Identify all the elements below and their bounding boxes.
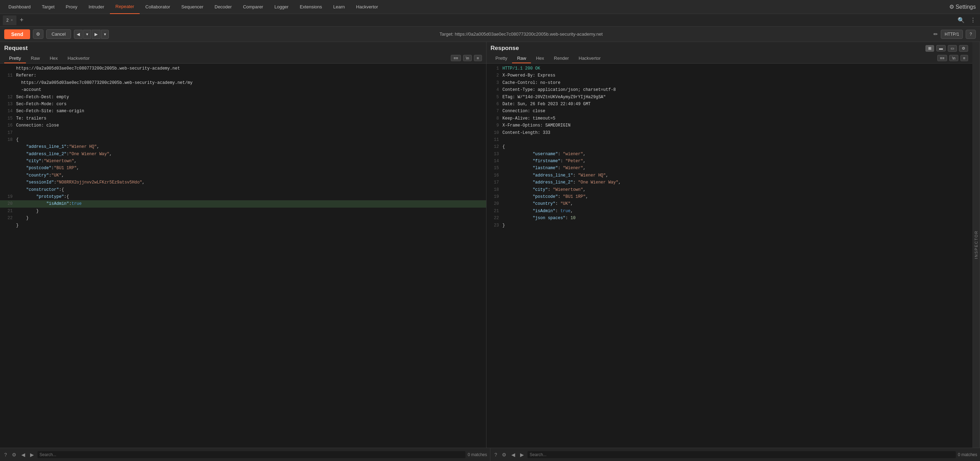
code-line: 11Referer:: [0, 72, 486, 79]
response-forward-button[interactable]: ▶: [519, 451, 525, 458]
code-line: 13 "username": "wiener",: [487, 150, 973, 158]
nav-target[interactable]: Target: [37, 0, 60, 14]
response-view-wrap[interactable]: ≡: [960, 55, 968, 61]
request-matches: 0 matches: [468, 452, 487, 457]
request-search-input[interactable]: [37, 451, 466, 458]
code-line: 9X-Frame-Options: SAMEORIGIN: [487, 122, 973, 129]
response-code-area[interactable]: 1HTTP/1.1 200 OK2X-Powered-By: Express3C…: [487, 63, 973, 448]
response-tab-hex[interactable]: Hex: [531, 54, 549, 63]
request-view-newline[interactable]: \n: [463, 55, 472, 61]
response-tab-render[interactable]: Render: [549, 54, 574, 63]
tab-add-button[interactable]: +: [18, 16, 26, 24]
response-view-split[interactable]: ⊞: [925, 45, 934, 52]
tab-close[interactable]: ×: [11, 18, 13, 22]
repeater-settings-button[interactable]: ⚙: [33, 29, 43, 39]
code-line: 14 "firstname": "Peter",: [487, 158, 973, 165]
nav-comparer[interactable]: Comparer: [237, 0, 269, 14]
request-settings-bottom[interactable]: ⚙: [11, 451, 18, 458]
nav-hackvertor[interactable]: Hackvertor: [350, 0, 383, 14]
code-line: 6Date: Sun, 26 Feb 2023 22:40:49 GMT: [487, 101, 973, 108]
request-forward-button[interactable]: ▶: [29, 451, 35, 458]
code-line: 1HTTP/1.1 200 OK: [487, 65, 973, 72]
inspector-sidebar[interactable]: INSPECTOR: [972, 42, 980, 448]
code-line: 10Content-Length: 333: [487, 129, 973, 136]
help-button[interactable]: ?: [966, 30, 976, 39]
request-back-button[interactable]: ◀: [20, 451, 27, 458]
code-line: 5ETag: W/"14d-20VZtnUKVeAymyZ9rYIjHa29gS…: [487, 93, 973, 101]
nav-collaborator[interactable]: Collaborator: [140, 0, 176, 14]
send-button[interactable]: Send: [4, 29, 30, 39]
request-tab-hex[interactable]: Hex: [45, 54, 63, 63]
target-prefix: Target:: [440, 32, 455, 37]
response-view-newline[interactable]: \n: [949, 55, 958, 61]
response-view-list[interactable]: ≡≡: [937, 55, 947, 61]
response-tab-raw[interactable]: Raw: [512, 54, 531, 63]
next-button[interactable]: ▶: [92, 30, 100, 39]
nav-logger[interactable]: Logger: [269, 0, 294, 14]
request-help-button[interactable]: ?: [3, 451, 8, 458]
response-help-button[interactable]: ?: [493, 451, 499, 458]
edit-icon[interactable]: ✏: [934, 31, 938, 37]
code-line: 18 "city": "Wienertown",: [487, 186, 973, 193]
code-line: 17 "address_line_2": "One Wiener Way",: [487, 179, 973, 186]
request-tab-raw[interactable]: Raw: [26, 54, 45, 63]
code-line: 16 "address_line_1": "Wiener HQ",: [487, 172, 973, 179]
request-bottom-bar: ? ⚙ ◀ ▶ 0 matches: [0, 448, 490, 461]
code-line: "constructor":{: [0, 186, 486, 193]
code-line: 4Content-Type: application/json; charset…: [487, 86, 973, 93]
request-panel-header: Request: [0, 42, 486, 52]
cancel-button[interactable]: Cancel: [46, 29, 71, 39]
response-subtabs: Pretty Raw Hex Render Hackvertor ≡≡ \n ≡: [487, 52, 973, 63]
response-tab-hackvertor[interactable]: Hackvertor: [574, 54, 606, 63]
nav-sequencer[interactable]: Sequencer: [176, 0, 209, 14]
top-nav: Dashboard Target Proxy Intruder Repeater…: [0, 0, 980, 14]
code-line: 12Sec-Fetch-Dest: empty: [0, 93, 486, 101]
code-line: 19 "postcode": "BU1 1RP",: [487, 193, 973, 200]
request-tab-pretty[interactable]: Pretty: [4, 54, 26, 63]
code-line: 16Connection: close: [0, 122, 486, 129]
code-line: 15Te: trailers: [0, 115, 486, 122]
code-line: https://0a2a005d03ae0ec7c080773200c2005b…: [0, 79, 486, 86]
response-back-button[interactable]: ◀: [510, 451, 517, 458]
response-view-single[interactable]: ▬: [936, 45, 946, 51]
nav-arrow-group: ◀ ▾ ▶ ▾: [74, 30, 109, 39]
request-tab-hackvertor[interactable]: Hackvertor: [63, 54, 94, 63]
prev-button[interactable]: ◀: [74, 30, 83, 39]
code-line: https://0a2a005d03ae0ec7c080773200c2005b…: [0, 65, 486, 72]
request-view-list[interactable]: ≡≡: [451, 55, 461, 61]
code-line: 21 }: [0, 208, 486, 215]
tab-2[interactable]: 2 ×: [3, 15, 16, 25]
code-line: 19 "prototype":{: [0, 193, 486, 200]
code-line: }: [0, 222, 486, 229]
code-line: 22 "json spaces": 10: [487, 215, 973, 222]
next-dropdown-button[interactable]: ▾: [101, 30, 109, 39]
nav-intruder[interactable]: Intruder: [83, 0, 110, 14]
response-tab-pretty[interactable]: Pretty: [491, 54, 512, 63]
request-panel: Request Pretty Raw Hex Hackvertor ≡≡ \n …: [0, 42, 487, 448]
code-line: 20 "country": "UK",: [487, 200, 973, 207]
response-matches: 0 matches: [958, 452, 977, 457]
code-line: 13Sec-Fetch-Mode: cors: [0, 101, 486, 108]
code-line: 20 "isAdmin":true: [0, 200, 486, 207]
code-line: 7Connection: close: [487, 108, 973, 115]
http-version-button[interactable]: HTTP/1: [941, 30, 963, 39]
request-view-wrap[interactable]: ≡: [474, 55, 482, 61]
settings-button[interactable]: ⚙ Settings: [948, 2, 977, 11]
search-icon[interactable]: 🔍: [956, 15, 966, 25]
prev-dropdown-button[interactable]: ▾: [83, 30, 91, 39]
request-code-area[interactable]: https://0a2a005d03ae0ec7c080773200c2005b…: [0, 63, 486, 448]
nav-dashboard[interactable]: Dashboard: [3, 0, 37, 14]
response-search-input[interactable]: [527, 451, 956, 458]
code-line: "country":"UK",: [0, 172, 486, 179]
nav-repeater[interactable]: Repeater: [110, 0, 140, 14]
nav-proxy[interactable]: Proxy: [60, 0, 83, 14]
nav-learn[interactable]: Learn: [328, 0, 350, 14]
response-settings-bottom[interactable]: ⚙: [501, 451, 508, 458]
code-line: "city":"Wienertown",: [0, 158, 486, 165]
response-view-full[interactable]: ▭: [948, 45, 957, 52]
code-line: 12{: [487, 143, 973, 150]
nav-decoder[interactable]: Decoder: [209, 0, 237, 14]
response-settings-button[interactable]: ⚙: [959, 45, 968, 52]
nav-extensions[interactable]: Extensions: [294, 0, 328, 14]
menu-icon[interactable]: ⋮: [969, 15, 977, 25]
